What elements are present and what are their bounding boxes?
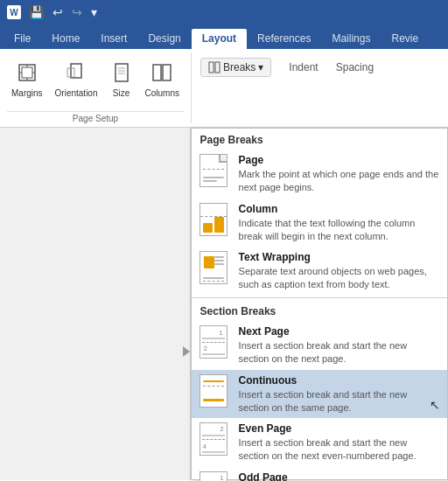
text-wrapping-title: Text Wrapping	[239, 251, 440, 263]
text-wrapping-icon	[197, 251, 230, 284]
ribbon-buttons: Margins Orientation	[7, 52, 184, 108]
margins-label: Margins	[11, 88, 43, 98]
next-page-content: Next Page Insert a section break and sta…	[239, 325, 440, 366]
tab-mailings[interactable]: Mailings	[321, 29, 381, 49]
svg-rect-13	[163, 65, 171, 80]
size-label: Size	[113, 88, 130, 98]
orientation-button[interactable]: Orientation	[51, 59, 102, 101]
customize-button[interactable]: ▾	[88, 3, 100, 21]
ribbon: Margins Orientation	[0, 49, 448, 128]
redo-button[interactable]: ↪	[69, 3, 85, 21]
main-area: Page Breaks Page Mark the point at which…	[0, 128, 448, 480]
breaks-label: Breaks	[223, 61, 256, 73]
tab-layout[interactable]: Layout	[192, 29, 247, 49]
even-page-title: Even Page	[239, 422, 440, 435]
menu-item-continuous[interactable]: Continuous Insert a section break and st…	[192, 370, 447, 419]
page-item-content: Page Mark the point at which one page en…	[239, 154, 440, 194]
even-page-icon: 2 4	[197, 422, 230, 456]
column-item-content: Column Indicate that the text following …	[239, 203, 440, 243]
app-icon: W	[7, 5, 21, 19]
orientation-icon	[66, 62, 87, 87]
breaks-dropdown: Page Breaks Page Mark the point at which…	[191, 128, 448, 480]
title-bar: W 💾 ↩ ↪ ▾	[0, 0, 448, 24]
svg-rect-8	[116, 64, 128, 81]
even-page-desc: Insert a section break and start the new…	[239, 436, 440, 463]
tab-home[interactable]: Home	[41, 29, 90, 49]
undo-button[interactable]: ↩	[50, 3, 66, 21]
continuous-desc: Insert a section break and start the new…	[239, 388, 421, 415]
columns-label: Columns	[145, 88, 179, 98]
odd-page-title: Odd Page	[239, 471, 440, 481]
continuous-title: Continuous	[239, 374, 421, 387]
svg-rect-1	[22, 67, 32, 78]
menu-item-even-page[interactable]: 2 4 Even Page Insert a section break and…	[192, 418, 447, 467]
column-item-desc: Indicate that the text following the col…	[239, 217, 440, 243]
spacing-label: Spacing	[336, 61, 374, 73]
breaks-button[interactable]: Breaks ▾	[200, 58, 271, 77]
ribbon-group-page-setup: Margins Orientation	[0, 52, 192, 123]
menu-item-next-page[interactable]: 1 2 Next Page Insert a section break and…	[192, 321, 447, 370]
document-panel	[0, 128, 191, 480]
next-page-desc: Insert a section break and start the new…	[239, 339, 440, 366]
submenu-arrow	[183, 346, 190, 357]
breaks-arrow: ▾	[258, 61, 263, 73]
page-setup-label: Page Setup	[7, 111, 184, 123]
svg-rect-14	[209, 62, 214, 73]
continuous-icon	[197, 374, 230, 408]
text-wrapping-content: Text Wrapping Separate text around objec…	[239, 251, 440, 291]
menu-item-text-wrapping[interactable]: Text Wrapping Separate text around objec…	[192, 247, 447, 296]
continuous-content: Continuous Insert a section break and st…	[239, 374, 421, 415]
text-wrapping-desc: Separate text around objects on web page…	[239, 265, 440, 291]
next-page-icon: 1 2	[197, 325, 230, 359]
tab-references[interactable]: References	[247, 29, 321, 49]
page-item-title: Page	[239, 154, 440, 166]
next-page-title: Next Page	[239, 325, 440, 338]
cursor-icon: ↖	[430, 398, 440, 412]
tab-file[interactable]: File	[4, 29, 41, 49]
quick-access-toolbar: 💾 ↩ ↪ ▾	[26, 3, 100, 21]
tab-insert[interactable]: Insert	[90, 29, 137, 49]
column-item-title: Column	[239, 203, 440, 215]
even-page-content: Even Page Insert a section break and sta…	[239, 422, 440, 463]
menu-item-column[interactable]: Column Indicate that the text following …	[192, 199, 447, 247]
tab-design[interactable]: Design	[137, 29, 191, 49]
page-break-icon	[197, 154, 230, 187]
orientation-label: Orientation	[55, 88, 98, 98]
size-icon	[111, 62, 132, 87]
tab-review[interactable]: Revie	[381, 29, 429, 49]
ribbon-tabs: File Home Insert Design Layout Reference…	[0, 24, 448, 49]
margins-icon	[17, 62, 38, 87]
svg-rect-6	[71, 64, 81, 78]
size-button[interactable]: Size	[106, 59, 137, 101]
menu-item-odd-page[interactable]: 1 3 Odd Page Insert a section break and …	[192, 467, 447, 481]
svg-rect-12	[153, 65, 161, 80]
section-breaks-header: Section Breaks	[192, 300, 447, 321]
odd-page-icon: 1 3	[197, 471, 230, 481]
menu-item-page[interactable]: Page Mark the point at which one page en…	[192, 150, 447, 199]
save-button[interactable]: 💾	[26, 3, 46, 21]
margins-button[interactable]: Margins	[7, 59, 47, 101]
columns-icon	[151, 62, 172, 87]
breaks-icon	[208, 61, 220, 73]
odd-page-content: Odd Page Insert a section break and star…	[239, 471, 440, 481]
columns-button[interactable]: Columns	[141, 59, 184, 101]
page-breaks-header: Page Breaks	[192, 129, 447, 150]
section-divider	[192, 297, 447, 298]
page-item-desc: Mark the point at which one page ends an…	[239, 168, 440, 194]
column-break-icon	[197, 203, 230, 236]
svg-rect-15	[215, 62, 220, 73]
indent-label: Indent	[289, 61, 318, 73]
